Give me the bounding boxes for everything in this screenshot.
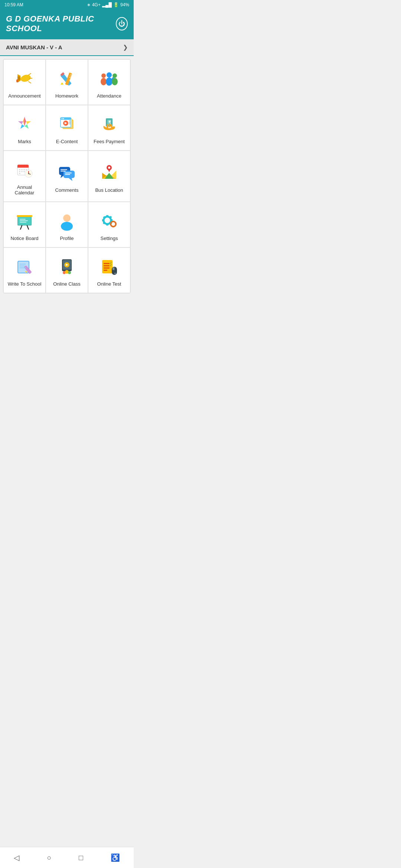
svg-point-69: [108, 167, 110, 169]
profile-label: Profile: [60, 236, 74, 241]
svg-text:✓: ✓: [110, 264, 112, 267]
calendar-icon: [13, 158, 36, 181]
status-bar: 10:59 AM ∗ 4G+ ▂▄█ 🔋 94%: [0, 0, 134, 10]
svg-point-55: [28, 173, 29, 174]
grid-item-notice[interactable]: Notice Board: [3, 202, 46, 247]
svg-rect-45: [26, 169, 27, 170]
battery-icon: 🔋: [113, 2, 119, 7]
attendance-icon: [98, 67, 120, 89]
grid-item-settings[interactable]: Settings: [88, 202, 130, 247]
svg-point-19: [113, 73, 117, 78]
online-class-icon: [56, 255, 78, 277]
notice-label: Notice Board: [10, 236, 38, 241]
svg-rect-76: [20, 219, 26, 220]
write-label: Write To School: [8, 281, 42, 287]
bus-label: Bus Location: [95, 187, 123, 193]
svg-rect-83: [106, 215, 108, 217]
svg-rect-41: [17, 167, 29, 168]
settings-icon: [98, 210, 120, 232]
grid-item-homework[interactable]: Homework: [46, 59, 88, 105]
announcement-label: Announcement: [8, 93, 40, 99]
comments-label: Comments: [55, 187, 79, 193]
fees-label: Fees Payment: [94, 139, 125, 144]
svg-point-79: [63, 214, 71, 222]
svg-rect-120: [113, 267, 114, 270]
grid-item-online-class[interactable]: Online Class: [46, 247, 88, 293]
homework-icon: [56, 67, 78, 89]
svg-point-110: [68, 271, 71, 274]
econtent-label: E-Content: [56, 139, 78, 144]
bus-icon: [98, 161, 120, 184]
online-test-icon: ✓ ✓: [98, 255, 120, 277]
student-name: AVNI MUSKAN - V - A: [6, 44, 62, 50]
econtent-icon: [56, 113, 78, 135]
svg-rect-63: [65, 174, 70, 175]
svg-line-73: [20, 226, 22, 229]
battery-percent: 94%: [120, 2, 129, 7]
grid-item-comments[interactable]: Comments: [46, 151, 88, 202]
signal-icon: 4G+: [92, 2, 101, 7]
grid-item-bus[interactable]: Bus Location: [88, 151, 130, 202]
svg-point-80: [61, 222, 73, 231]
svg-rect-101: [20, 264, 26, 264]
svg-rect-61: [61, 171, 66, 172]
svg-line-5: [29, 82, 31, 83]
marks-label: Marks: [18, 139, 31, 144]
grid-item-fees[interactable]: ₹ Fees Payment: [88, 105, 130, 151]
chevron-down-icon: ❯: [123, 44, 128, 51]
grid-item-profile[interactable]: Profile: [46, 202, 88, 247]
profile-icon: [56, 210, 78, 232]
online-class-label: Online Class: [53, 281, 81, 287]
svg-rect-112: [104, 263, 110, 264]
grid-item-online-test[interactable]: ✓ ✓ Online Test: [88, 247, 130, 293]
grid-item-calendar[interactable]: Annual Calendar: [3, 151, 46, 202]
svg-point-27: [63, 118, 64, 119]
svg-point-20: [112, 78, 118, 85]
svg-point-92: [112, 223, 114, 225]
fees-icon: ₹: [98, 113, 120, 135]
menu-grid: Announcement Homework: [3, 59, 131, 293]
grid-item-econtent[interactable]: E-Content: [46, 105, 88, 151]
status-time: 10:59 AM: [4, 2, 23, 7]
svg-rect-60: [61, 169, 67, 170]
notice-icon: [13, 210, 36, 232]
svg-rect-44: [23, 169, 25, 170]
svg-rect-93: [113, 221, 114, 222]
svg-point-16: [107, 72, 112, 78]
bluetooth-icon: ∗: [87, 2, 91, 7]
svg-rect-114: [104, 267, 110, 269]
svg-line-3: [29, 73, 31, 75]
app-header: G D GOENKA PUBLIC SCHOOL ⏻: [0, 10, 134, 39]
svg-rect-103: [20, 267, 26, 268]
svg-rect-47: [21, 171, 23, 172]
wifi-signal-icon: ▂▄█: [102, 2, 112, 7]
power-button[interactable]: ⏻: [116, 17, 128, 30]
grid-item-attendance[interactable]: Attendance: [88, 59, 130, 105]
status-icons: ∗ 4G+ ▂▄█ 🔋 94%: [87, 2, 129, 7]
settings-label: Settings: [101, 236, 118, 241]
announcement-icon: [13, 67, 36, 89]
svg-rect-77: [20, 220, 28, 221]
svg-rect-95: [110, 223, 111, 225]
grid-item-marks[interactable]: Marks: [3, 105, 46, 151]
online-test-label: Online Test: [97, 281, 121, 287]
svg-rect-37: [109, 124, 110, 127]
student-selector[interactable]: AVNI MUSKAN - V - A ❯: [0, 39, 134, 56]
svg-rect-30: [69, 121, 71, 121]
svg-rect-96: [115, 223, 117, 225]
svg-rect-94: [113, 226, 114, 227]
svg-point-15: [101, 78, 107, 85]
marks-icon: [13, 113, 36, 135]
grid-item-write[interactable]: Write To School: [3, 247, 46, 293]
svg-rect-115: [104, 270, 107, 271]
svg-rect-84: [106, 224, 108, 226]
svg-rect-113: [104, 265, 110, 266]
svg-rect-42: [19, 169, 20, 170]
comments-icon: [56, 161, 78, 184]
svg-rect-85: [102, 219, 104, 221]
grid-item-announcement[interactable]: Announcement: [3, 59, 46, 105]
svg-rect-36: [107, 124, 108, 128]
svg-rect-32: [69, 124, 71, 124]
svg-point-14: [101, 73, 106, 78]
write-icon: [13, 255, 36, 277]
